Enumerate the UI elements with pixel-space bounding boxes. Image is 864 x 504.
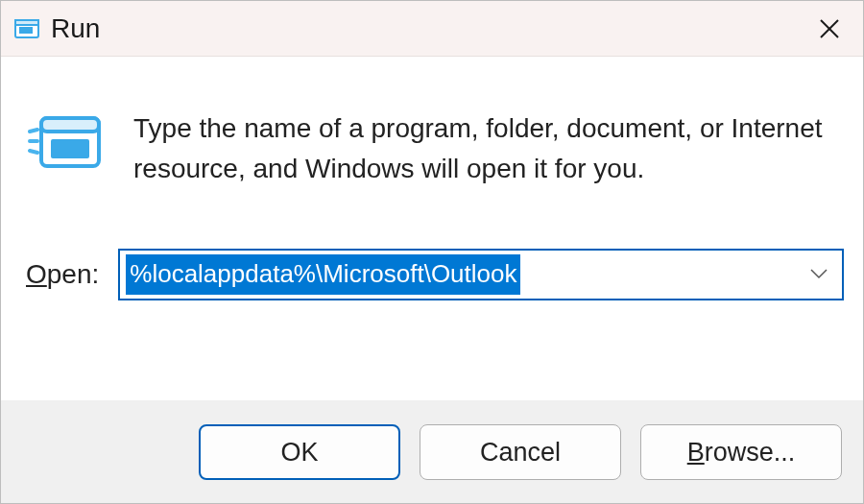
ok-button-label: OK <box>280 438 318 468</box>
open-row: Open: %localappdata%\Microsoft\Outlook <box>24 249 844 300</box>
window-title: Run <box>51 13 100 44</box>
run-icon <box>14 16 39 41</box>
open-input[interactable]: %localappdata%\Microsoft\Outlook <box>120 251 796 299</box>
run-dialog: Run Type the name of a program, folder, … <box>0 0 864 504</box>
open-input-value: %localappdata%\Microsoft\Outlook <box>126 254 520 295</box>
button-bar: OK Cancel Browse... <box>1 400 863 503</box>
description-row: Type the name of a program, folder, docu… <box>24 108 844 189</box>
cancel-button[interactable]: Cancel <box>420 424 621 480</box>
open-label: Open: <box>26 259 99 290</box>
ok-button[interactable]: OK <box>199 424 400 480</box>
svg-rect-7 <box>51 139 89 158</box>
description-text: Type the name of a program, folder, docu… <box>133 108 844 189</box>
svg-rect-2 <box>15 20 38 25</box>
cancel-button-label: Cancel <box>480 438 561 468</box>
svg-rect-6 <box>41 118 99 132</box>
chevron-down-icon <box>809 266 828 283</box>
svg-rect-1 <box>19 27 33 34</box>
run-large-icon <box>28 112 103 180</box>
close-button[interactable] <box>796 1 863 57</box>
combobox-dropdown-button[interactable] <box>796 251 842 299</box>
titlebar: Run <box>1 1 863 57</box>
browse-button[interactable]: Browse... <box>640 424 842 480</box>
open-combobox[interactable]: %localappdata%\Microsoft\Outlook <box>118 249 844 300</box>
browse-button-label: Browse... <box>687 438 796 468</box>
close-icon <box>818 17 841 40</box>
content-area: Type the name of a program, folder, docu… <box>1 57 863 400</box>
